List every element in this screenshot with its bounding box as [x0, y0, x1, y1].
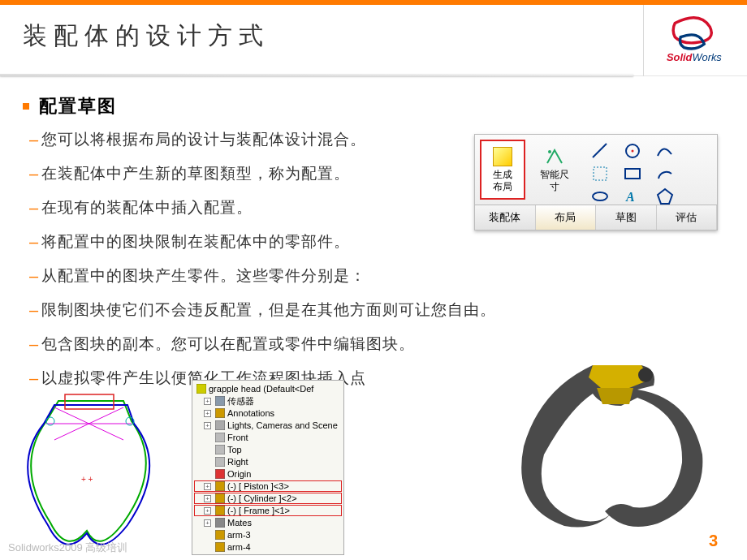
tree-item[interactable]: Top [194, 444, 342, 455]
svg-rect-5 [594, 167, 607, 180]
svg-rect-25 [215, 445, 225, 454]
bullet-item: –限制图块使它们不会违反配置，但是在其他方面则可让您自由。 [23, 299, 724, 321]
dash-icon: – [29, 333, 38, 355]
solidworks-logo-icon: SolidWorks [659, 16, 732, 65]
tree-node-icon [215, 542, 225, 552]
tab-sketch[interactable]: 草图 [596, 205, 657, 230]
tree-item[interactable]: +(-) [ Frame ]<1> [194, 505, 342, 516]
tree-label: Right [227, 456, 248, 467]
tree-item[interactable]: arm-3 [194, 529, 342, 541]
svg-text:SolidWorks: SolidWorks [667, 51, 722, 63]
tree-node-icon [215, 530, 225, 540]
svg-rect-30 [215, 506, 225, 515]
svg-rect-24 [215, 433, 225, 442]
tree-item[interactable]: Right [194, 456, 342, 467]
tab-evaluate[interactable]: 评估 [657, 205, 718, 230]
expand-icon[interactable]: + [204, 422, 211, 429]
tree-label: arm-4 [227, 541, 251, 553]
grid-icon[interactable] [590, 164, 610, 183]
spline-icon[interactable] [655, 141, 675, 161]
tree-item[interactable]: Front [194, 432, 342, 443]
svg-rect-28 [215, 481, 225, 491]
sketch-diagram: + + [10, 385, 169, 555]
dash-icon: – [29, 265, 38, 287]
feature-tree: grapple head (Default<Def +传感器+Annotatio… [192, 380, 344, 555]
svg-rect-34 [215, 554, 225, 555]
tree-item[interactable]: Origin [194, 468, 342, 480]
tree-item[interactable]: +Lights, Cameras and Scene [194, 420, 342, 431]
bullet-item: –从配置中的图块产生零件。这些零件分别是： [23, 265, 724, 287]
tree-node-icon [215, 518, 225, 528]
dash-icon: – [29, 128, 38, 151]
svg-rect-21 [215, 396, 225, 406]
text-icon[interactable]: A [623, 187, 642, 206]
footer-text: Solidworks2009 高级培训 [8, 541, 127, 555]
expand-icon[interactable]: + [204, 495, 211, 502]
tree-label: Front [227, 432, 248, 443]
btn-label: 布局 [493, 181, 512, 193]
tree-item[interactable]: arm-4 [194, 541, 342, 553]
expand-icon[interactable]: + [204, 483, 211, 490]
dimension-icon [545, 147, 564, 166]
header: 装配体的设计方式 SolidWorks [0, 5, 747, 76]
tree-label: (-) [ Frame ]<1> [227, 505, 290, 516]
tab-layout[interactable]: 布局 [536, 205, 597, 230]
svg-point-1 [548, 150, 551, 153]
smart-dimension-button[interactable]: 智能尺 寸 [532, 140, 577, 200]
tree-label: Annotations [227, 407, 274, 419]
expand-icon[interactable]: + [204, 519, 211, 527]
page-title: 装配体的设计方式 [23, 19, 643, 53]
arc-icon[interactable] [655, 164, 675, 183]
svg-rect-23 [215, 420, 225, 430]
dash-icon: – [29, 230, 38, 253]
tree-root[interactable]: grapple head (Default<Def [194, 383, 342, 394]
tree-node-icon [215, 506, 225, 515]
rectangle-icon[interactable] [623, 164, 642, 183]
tree-label: (-) [ Piston ]<3> [227, 480, 289, 492]
btn-label: 生成 [493, 169, 512, 181]
svg-point-7 [593, 192, 607, 200]
tree-item[interactable]: link-2 [194, 554, 342, 555]
expand-icon[interactable]: + [204, 507, 211, 515]
expand-icon[interactable]: + [204, 410, 211, 417]
tree-label: 传感器 [227, 395, 254, 407]
ellipse-icon[interactable] [590, 187, 610, 206]
tree-node-icon [215, 457, 225, 467]
tab-assembly[interactable]: 装配体 [475, 205, 536, 230]
logo: SolidWorks [643, 5, 747, 76]
bullet-square-icon [23, 103, 29, 110]
tree-node-icon [215, 420, 225, 430]
svg-point-35 [638, 368, 653, 382]
svg-text:+  +: + + [81, 475, 93, 484]
assembly-icon [196, 384, 206, 394]
tree-item[interactable]: +(-) [ Cylinder ]<2> [194, 493, 342, 504]
tree-node-icon [215, 408, 225, 418]
tree-label: arm-3 [227, 529, 251, 541]
tree-item[interactable]: +Mates [194, 517, 342, 528]
bullet-item: –将配置中的图块限制在装配体中的零部件。 [23, 230, 724, 253]
tree-node-icon [215, 493, 225, 503]
expand-icon[interactable]: + [204, 398, 211, 405]
tree-node-icon [215, 481, 225, 491]
polygon-icon[interactable] [655, 187, 675, 206]
tree-label: Mates [227, 517, 252, 528]
dash-icon: – [29, 299, 38, 321]
svg-point-4 [632, 150, 634, 153]
svg-rect-6 [625, 169, 640, 179]
line-icon[interactable] [590, 141, 610, 161]
dash-icon: – [29, 162, 38, 185]
svg-rect-20 [196, 384, 206, 394]
tree-item[interactable]: +Annotations [194, 407, 342, 419]
create-layout-button[interactable]: 生成 布局 [480, 140, 525, 200]
tree-item[interactable]: +传感器 [194, 395, 342, 407]
tree-item[interactable]: +(-) [ Piston ]<3> [194, 480, 342, 492]
svg-rect-33 [215, 542, 225, 552]
tree-label: Origin [227, 468, 251, 480]
tree-node-icon [215, 469, 225, 479]
circle-icon[interactable] [623, 141, 642, 161]
svg-rect-22 [215, 408, 225, 418]
tree-label: Lights, Cameras and Scene [227, 420, 338, 431]
bottom-images: + + grapple head (Default<Def +传感器+Annot… [10, 380, 344, 555]
tree-label: link-2 [227, 554, 248, 555]
svg-rect-32 [215, 530, 225, 540]
